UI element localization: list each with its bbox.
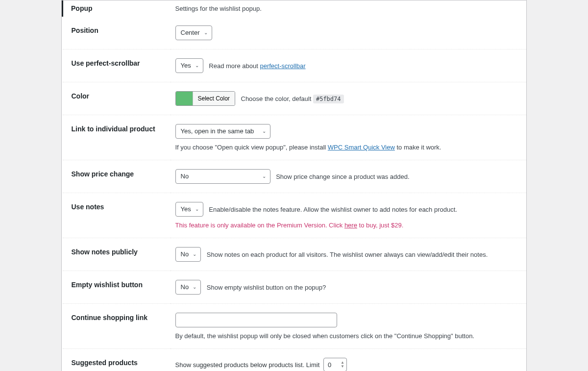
select-notes-public[interactable]: No ⌄ [175,247,201,262]
row-continue-link: Continue shopping link By default, the w… [63,304,527,349]
label-price-change: Show price change [63,160,171,193]
desc-price-change: Show price change since a product was ad… [276,173,409,180]
select-link-product-value: Yes, open in the same tab [181,127,254,136]
select-color-button[interactable]: Select Color [193,92,235,105]
label-empty-button: Empty wishlist button [63,271,171,304]
desc-continue-link: By default, the wishlist popup will only… [175,332,517,340]
select-notes-public-value: No [181,250,189,259]
link-perfect-scrollbar[interactable]: perfect-scrollbar [260,62,305,70]
row-color: Color Select Color Choose the color, def… [63,82,527,115]
select-position[interactable]: Center ⌄ [175,25,212,40]
desc-perfect-scrollbar: Read more about perfect-scrollbar [209,62,305,70]
label-position: Position [63,17,171,49]
row-notes-public: Show notes publicly No ⌄ Show notes on e… [63,238,527,271]
suggested-limit-value: 0 [328,361,337,369]
row-empty-button: Empty wishlist button No ⌄ Show empty wi… [63,271,527,304]
desc-color: Choose the color, default #5fbd74 [241,95,344,102]
desc-use-notes: Enable/disable the notes feature. Allow … [209,206,457,213]
label-continue-link: Continue shopping link [63,304,171,349]
desc-empty-button: Show empty wishlist button on the popup? [207,284,326,291]
chevron-down-icon: ⌄ [195,206,199,213]
select-price-change-value: No [181,172,189,181]
chevron-down-icon: ⌄ [204,29,208,36]
input-continue-link[interactable] [175,313,337,327]
chevron-down-icon: ⌄ [195,62,199,69]
select-perfect-scrollbar-value: Yes [181,61,191,70]
chevron-down-icon: ⌄ [262,128,266,135]
chevron-down-icon: ⌄ [193,251,196,258]
chevron-down-icon: ⌄ [262,173,266,180]
number-stepper-icon[interactable]: ▲▼ [341,361,344,369]
desc-suggested: Show suggested products below products l… [175,361,320,369]
select-position-value: Center [181,28,200,37]
row-perfect-scrollbar: Use perfect-scrollbar Yes ⌄ Read more ab… [63,49,527,82]
section-title: Popup [63,0,171,17]
input-suggested-limit[interactable]: 0 ▲▼ [323,358,347,371]
color-swatch [176,92,193,105]
label-suggested: Suggested products [63,349,171,371]
select-link-product[interactable]: Yes, open in the same tab ⌄ [175,124,270,139]
premium-notice: This feature is only available on the Pr… [175,222,517,229]
select-use-notes-value: Yes [181,205,191,214]
desc-notes-public: Show notes on each product for all visit… [207,251,488,258]
section-heading: Popup Settings for the wishlist popup. [63,0,527,17]
row-use-notes: Use notes Yes ⌄ Enable/disable the notes… [63,193,527,238]
row-suggested: Suggested products Show suggested produc… [63,349,527,371]
label-notes-public: Show notes publicly [63,238,171,271]
select-empty-button-value: No [181,283,189,292]
desc-link-product: If you choose "Open quick view popup", p… [175,144,517,151]
select-price-change[interactable]: No ⌄ [175,169,270,184]
label-link-product: Link to individual product [63,115,171,160]
link-wpc-quick-view[interactable]: WPC Smart Quick View [328,144,395,151]
row-position: Position Center ⌄ [63,17,527,49]
label-color: Color [63,82,171,115]
row-price-change: Show price change No ⌄ Show price change… [63,160,527,193]
select-empty-button[interactable]: No ⌄ [175,280,201,295]
color-default-code: #5fbd74 [313,95,344,103]
label-use-notes: Use notes [63,193,171,238]
select-perfect-scrollbar[interactable]: Yes ⌄ [175,58,203,73]
select-use-notes[interactable]: Yes ⌄ [175,202,203,217]
chevron-down-icon: ⌄ [193,284,196,291]
link-premium-here[interactable]: here [344,222,357,229]
color-picker[interactable]: Select Color [175,91,235,106]
label-perfect-scrollbar: Use perfect-scrollbar [63,49,171,82]
row-link-product: Link to individual product Yes, open in … [63,115,527,160]
section-description: Settings for the wishlist popup. [171,0,527,17]
